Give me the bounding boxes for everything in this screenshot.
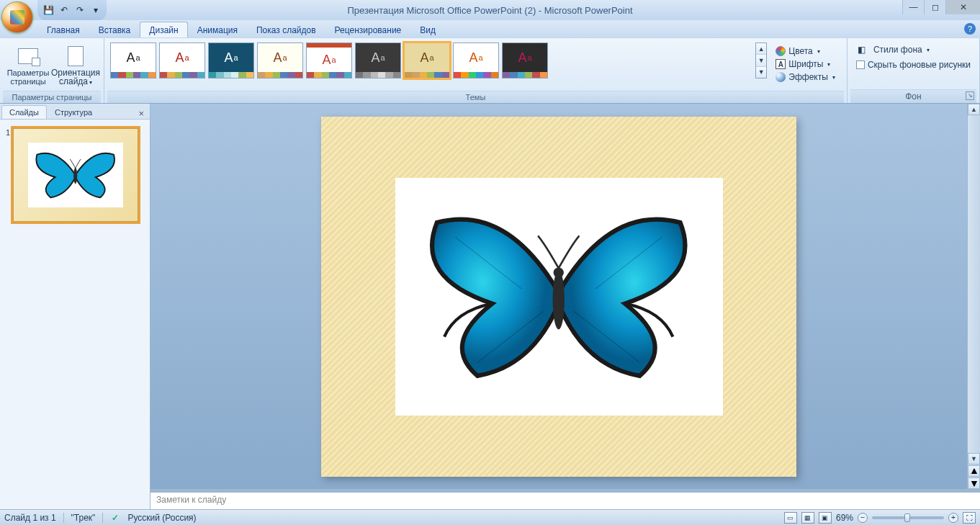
fit-to-window-button[interactable]: ⛶ bbox=[963, 512, 976, 524]
tab-outline[interactable]: Структура bbox=[47, 105, 100, 119]
theme-effects-button[interactable]: Эффекты▾ bbox=[774, 71, 837, 83]
spellcheck-icon[interactable]: ✓ bbox=[110, 513, 120, 523]
group-label-themes: Темы bbox=[107, 91, 844, 103]
gallery-more-icon[interactable]: ▼ bbox=[756, 67, 766, 78]
slide-orientation-button[interactable]: Ориентация слайда▾ bbox=[53, 42, 98, 89]
prev-slide-icon[interactable]: ⯅ bbox=[968, 465, 980, 477]
tab-home[interactable]: Главная bbox=[37, 22, 89, 37]
colors-icon bbox=[776, 46, 786, 56]
pane-tabs: Слайды Структура × bbox=[0, 104, 150, 120]
gallery-down-icon[interactable]: ▼ bbox=[756, 55, 766, 66]
svg-point-0 bbox=[74, 168, 78, 184]
theme-thumb[interactable]: Aa bbox=[159, 42, 205, 78]
gallery-scroll: ▲ ▼ ▼ bbox=[755, 42, 767, 78]
redo-icon[interactable]: ↷ bbox=[73, 4, 86, 17]
theme-thumb[interactable]: Aa bbox=[110, 42, 156, 78]
tab-slideshow[interactable]: Показ слайдов bbox=[247, 22, 325, 37]
save-icon[interactable]: 💾 bbox=[42, 4, 55, 17]
zoom-slider[interactable] bbox=[872, 516, 944, 519]
vertical-scrollbar[interactable]: ▲ ▼ ⯅ ⯆ bbox=[967, 104, 980, 489]
close-button[interactable]: ✕ bbox=[945, 0, 980, 14]
theme-thumb[interactable]: Aa bbox=[502, 42, 548, 78]
page-setup-button[interactable]: Параметры страницы bbox=[6, 42, 50, 87]
background-styles-icon: ◧ bbox=[858, 45, 866, 55]
tab-insert[interactable]: Вставка bbox=[89, 22, 140, 37]
slide-canvas-area bbox=[150, 104, 967, 489]
checkbox-icon bbox=[856, 60, 865, 69]
workspace: Слайды Структура × 1 bbox=[0, 104, 980, 509]
scroll-up-icon[interactable]: ▲ bbox=[968, 104, 980, 115]
help-icon[interactable]: ? bbox=[964, 23, 976, 35]
group-themes: AaAaAaAaAaAaAaAaAa ▲ ▼ ▼ Цвета▾ AШрифты▾… bbox=[104, 38, 848, 103]
next-slide-icon[interactable]: ⯆ bbox=[968, 477, 980, 489]
chevron-down-icon: ▾ bbox=[927, 47, 930, 53]
ribbon: Параметры страницы Ориентация слайда▾ Па… bbox=[0, 37, 980, 104]
svg-point-2 bbox=[554, 268, 564, 278]
theme-thumb[interactable]: Aa bbox=[257, 42, 303, 78]
page-setup-icon bbox=[18, 48, 38, 64]
background-styles-button[interactable]: ◧ Стили фона▾ bbox=[856, 44, 931, 55]
chevron-down-icon: ▾ bbox=[832, 74, 835, 81]
minimize-button[interactable]: — bbox=[902, 0, 924, 14]
orientation-icon bbox=[68, 46, 84, 66]
tab-review[interactable]: Рецензирование bbox=[325, 22, 411, 37]
slides-pane: Слайды Структура × 1 bbox=[0, 104, 150, 509]
group-background: ◧ Стили фона▾ Скрыть фоновые рисунки Фон… bbox=[848, 38, 980, 103]
zoom-in-button[interactable]: + bbox=[948, 513, 958, 523]
slide-thumbnail[interactable] bbox=[13, 128, 138, 222]
view-normal-button[interactable]: ▭ bbox=[784, 512, 797, 524]
slide-number: 1 bbox=[6, 128, 10, 222]
theme-thumb[interactable]: Aa bbox=[306, 42, 352, 78]
tab-animation[interactable]: Анимация bbox=[188, 22, 247, 37]
theme-thumb[interactable]: Aa bbox=[404, 42, 450, 78]
dialog-launcher-icon[interactable]: ↘ bbox=[966, 91, 974, 100]
theme-thumb[interactable]: Aa bbox=[453, 42, 499, 78]
group-page-setup: Параметры страницы Ориентация слайда▾ Па… bbox=[0, 38, 104, 103]
chevron-down-icon: ▾ bbox=[827, 61, 830, 68]
chevron-down-icon: ▾ bbox=[817, 48, 820, 55]
quick-access-toolbar: 💾 ↶ ↷ ▾ bbox=[37, 0, 107, 20]
view-slideshow-button[interactable]: ▣ bbox=[819, 512, 832, 524]
notes-pane[interactable]: Заметки к слайду bbox=[150, 492, 980, 509]
chevron-down-icon: ▾ bbox=[89, 79, 92, 86]
fonts-icon: A bbox=[776, 59, 786, 69]
effects-icon bbox=[776, 72, 786, 82]
status-slide-info: Слайд 1 из 1 bbox=[4, 513, 56, 523]
pane-close-icon[interactable]: × bbox=[134, 108, 148, 119]
scroll-down-icon[interactable]: ▼ bbox=[968, 453, 980, 465]
theme-fonts-button[interactable]: AШрифты▾ bbox=[774, 58, 837, 70]
butterfly-image bbox=[411, 193, 706, 400]
tab-slides[interactable]: Слайды bbox=[1, 105, 47, 119]
zoom-out-button[interactable]: − bbox=[858, 513, 868, 523]
slide[interactable] bbox=[321, 117, 796, 477]
group-label-page-setup: Параметры страницы bbox=[3, 91, 101, 103]
title-bar: 💾 ↶ ↷ ▾ Презентация Microsoft Office Pow… bbox=[0, 0, 980, 20]
office-button[interactable] bbox=[1, 1, 33, 33]
theme-thumb[interactable]: Aa bbox=[208, 42, 254, 78]
view-sorter-button[interactable]: ▦ bbox=[801, 512, 814, 524]
editor-area: ▲ ▼ ⯅ ⯆ Заметки к слайду bbox=[150, 104, 980, 509]
svg-point-1 bbox=[553, 271, 565, 330]
zoom-knob[interactable] bbox=[904, 513, 910, 522]
theme-options: Цвета▾ AШрифты▾ Эффекты▾ bbox=[770, 42, 841, 86]
theme-colors-button[interactable]: Цвета▾ bbox=[774, 45, 837, 57]
maximize-button[interactable]: ◻ bbox=[924, 0, 945, 14]
theme-thumb[interactable]: Aa bbox=[355, 42, 401, 78]
group-label-background: Фон↘ bbox=[850, 89, 976, 103]
status-language[interactable]: Русский (Россия) bbox=[127, 513, 196, 523]
tab-design[interactable]: Дизайн bbox=[140, 22, 187, 37]
qat-customize-icon[interactable]: ▾ bbox=[89, 4, 102, 17]
slide-thumbnails: 1 bbox=[0, 120, 150, 509]
undo-icon[interactable]: ↶ bbox=[58, 4, 71, 17]
slide-content-image[interactable] bbox=[395, 178, 723, 416]
gallery-up-icon[interactable]: ▲ bbox=[756, 43, 766, 55]
ribbon-tabs: Главная Вставка Дизайн Анимация Показ сл… bbox=[0, 20, 980, 37]
zoom-level[interactable]: 69% bbox=[836, 513, 853, 523]
butterfly-image bbox=[30, 143, 120, 207]
hide-background-checkbox[interactable]: Скрыть фоновые рисунки bbox=[856, 60, 971, 70]
window-title: Презентация Microsoft Office PowerPoint … bbox=[347, 5, 632, 16]
themes-gallery: AaAaAaAaAaAaAaAaAa bbox=[110, 42, 751, 78]
status-theme: "Трек" bbox=[71, 513, 96, 523]
tab-view[interactable]: Вид bbox=[410, 22, 445, 37]
status-bar: Слайд 1 из 1 "Трек" ✓ Русский (Россия) ▭… bbox=[0, 509, 980, 525]
